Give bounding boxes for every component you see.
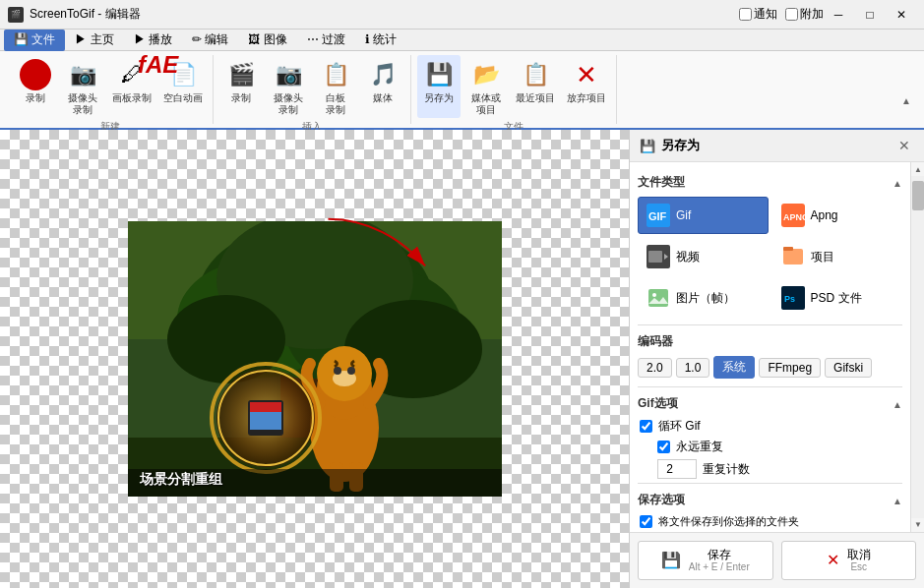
filetype-apng[interactable]: APNG Apng	[772, 197, 903, 234]
ribbon-btn-record2[interactable]: 🎬 录制	[219, 55, 263, 118]
record-icon	[20, 59, 51, 90]
discard-icon: ✕	[571, 59, 602, 90]
svg-rect-36	[783, 247, 793, 251]
forever-row: 永远重复	[638, 439, 902, 455]
maximize-button[interactable]: □	[855, 5, 885, 25]
ribbon-btn-mediaproject[interactable]: 📂 媒体或项目	[464, 55, 508, 118]
ribbon-btn-whiteboard[interactable]: 📋 白板录制	[314, 55, 357, 118]
psd-icon: Ps	[781, 286, 805, 310]
attach-checkbox[interactable]: 附加	[785, 6, 824, 23]
svg-rect-33	[648, 251, 662, 263]
loop-gif-check[interactable]	[640, 420, 652, 433]
panel-content-area: 文件类型 ▲ GIF Gif APNG	[630, 162, 924, 532]
attach-check[interactable]	[785, 8, 798, 21]
menu-edit[interactable]: ✏ 编辑	[182, 29, 238, 51]
divider-2	[638, 386, 902, 387]
ribbon-btn-camera[interactable]: 📷 摄像头录制	[61, 55, 104, 118]
svg-point-38	[652, 293, 656, 297]
video-icon	[647, 245, 670, 268]
menu-home[interactable]: ▶ 主页	[65, 29, 123, 51]
save-btn-shortcut: Alt + E / Enter	[689, 561, 750, 573]
saveas-icon: 💾	[423, 59, 455, 90]
close-button[interactable]: ✕	[887, 5, 916, 25]
menu-file[interactable]: 💾 文件	[4, 29, 65, 51]
ribbon-btn-recent-label: 最近项目	[516, 92, 555, 104]
ribbon-group-new: 录制 📷 摄像头录制 🖊 画板录制 📄 空白动画 新建	[8, 55, 214, 124]
encoder-tab-system[interactable]: 系统	[713, 356, 755, 379]
app-title: ScreenToGif - 编辑器	[30, 6, 141, 23]
notify-checkbox[interactable]: 通知	[739, 6, 777, 23]
ribbon-btn-saveas[interactable]: 💾 另存为	[417, 55, 461, 118]
canvas-area: 场景分割重组	[0, 130, 629, 588]
gif-options-label: Gif选项	[638, 395, 678, 412]
panel-title-bar: 💾 另存为 ✕	[630, 130, 924, 162]
notify-check[interactable]	[739, 8, 752, 21]
filetype-project[interactable]: 项目	[772, 238, 903, 275]
panel-close-button[interactable]: ✕	[894, 136, 914, 155]
camera-icon: 📷	[67, 59, 98, 90]
scroll-track	[911, 176, 924, 518]
saveas-panel: 💾 另存为 ✕ 文件类型 ▲ GIF Gif	[629, 130, 924, 588]
menu-image[interactable]: 🖼 图像	[238, 29, 296, 51]
ribbon-btn-record[interactable]: 录制	[14, 55, 57, 118]
attach-label: 附加	[800, 6, 824, 23]
menu-transition[interactable]: ⋯ 过渡	[297, 29, 355, 51]
save-button[interactable]: 💾 保存 Alt + E / Enter	[638, 541, 773, 580]
ribbon-btn-camera2[interactable]: 📷 摄像头录制	[267, 55, 310, 118]
svg-rect-37	[648, 289, 668, 307]
scroll-thumb[interactable]	[912, 181, 924, 210]
encoder-tab-10[interactable]: 1.0	[676, 358, 710, 378]
divider-1	[638, 324, 902, 325]
menu-transition-label: ⋯ 过渡	[307, 31, 345, 48]
cancel-btn-label: 取消	[847, 548, 871, 561]
gif-options-header[interactable]: Gif选项 ▲	[638, 391, 902, 418]
window-controls: ─ □ ✕	[824, 5, 916, 25]
svg-point-16	[347, 367, 355, 375]
menu-stats[interactable]: ℹ 统计	[355, 29, 406, 51]
save-options-header[interactable]: 保存选项 ▲	[638, 488, 902, 514]
repeat-count-input[interactable]	[657, 459, 697, 479]
menu-bar: 💾 文件 ▶ 主页 ▶ 播放 ✏ 编辑 🖼 图像 ⋯ 过渡 ℹ 统计	[0, 29, 924, 51]
filetype-gif[interactable]: GIF Gif	[638, 197, 769, 234]
ribbon-btn-whiteboard-label: 白板录制	[326, 92, 345, 116]
gif-options-arrow: ▲	[893, 399, 902, 410]
ribbon-scroll-btn[interactable]: ▲	[896, 95, 916, 106]
ribbon-btn-record-label: 录制	[26, 92, 45, 104]
cancel-button[interactable]: ✕ 取消 Esc	[781, 541, 917, 580]
svg-text:Ps: Ps	[784, 294, 795, 304]
scroll-up-btn[interactable]: ▲	[911, 162, 924, 176]
ribbon-scroll[interactable]: ▲	[896, 55, 916, 124]
app-icon: 🎬	[8, 7, 24, 23]
filetype-collapse-arrow: ▲	[893, 178, 902, 189]
scroll-down-btn[interactable]: ▼	[911, 518, 924, 532]
encoder-tab-gifski[interactable]: Gifski	[825, 358, 872, 378]
ribbon-btn-media[interactable]: 🎵 媒体	[361, 55, 404, 118]
forever-check[interactable]	[657, 441, 670, 453]
encoder-section-header[interactable]: 编码器	[638, 329, 902, 356]
save-to-folder-check[interactable]	[640, 515, 652, 528]
ribbon-toolbar: 录制 📷 摄像头录制 🖊 画板录制 📄 空白动画 新建 fAE 🎬 录制	[0, 51, 924, 130]
ribbon-btn-recent[interactable]: 📋 最近项目	[512, 55, 559, 118]
ribbon-btn-discard[interactable]: ✕ 放弃项目	[563, 55, 610, 118]
save-btn-label: 保存	[708, 548, 731, 561]
menu-play-label: ▶ 播放	[134, 31, 172, 48]
filetype-psd-label: PSD 文件	[811, 290, 862, 307]
ribbon-btn-blank[interactable]: 📄 空白动画	[159, 55, 207, 118]
menu-play[interactable]: ▶ 播放	[124, 29, 182, 51]
svg-rect-35	[783, 249, 803, 265]
save-options-section: 保存选项 ▲ 将文件保存到你选择的文件夹 覆盖（若已存在） 同时另存为项目（相同…	[638, 488, 902, 532]
encoder-tab-20[interactable]: 2.0	[638, 358, 672, 378]
filetype-video[interactable]: 视频	[638, 238, 769, 275]
filetype-image[interactable]: 图片（帧）	[638, 279, 769, 317]
encoder-section: 编码器 2.0 1.0 系统 FFmpeg Gifski	[638, 329, 902, 379]
ribbon-btn-discard-label: 放弃项目	[567, 92, 606, 104]
filetype-section-label: 文件类型	[638, 174, 685, 191]
encoder-tab-ffmpeg[interactable]: FFmpeg	[759, 358, 821, 378]
media-icon: 🎵	[367, 59, 399, 90]
filetype-section-header[interactable]: 文件类型 ▲	[638, 170, 902, 197]
ribbon-btn-board[interactable]: 🖊 画板录制	[108, 55, 155, 118]
save-to-folder-label: 将文件保存到你选择的文件夹	[658, 514, 799, 529]
encoder-label: 编码器	[638, 333, 673, 350]
filetype-psd[interactable]: Ps PSD 文件	[772, 279, 903, 317]
minimize-button[interactable]: ─	[824, 5, 853, 25]
